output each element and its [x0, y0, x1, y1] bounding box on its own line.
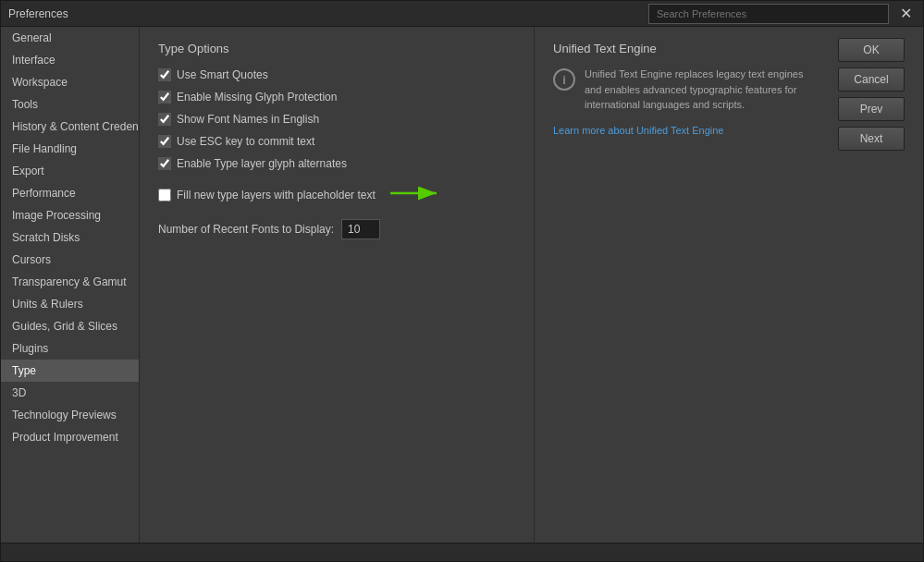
checkbox-placeholder-text[interactable] — [158, 189, 171, 202]
sidebar-item-units-rulers[interactable]: Units & Rulers — [1, 293, 139, 315]
recent-fonts-input[interactable] — [341, 219, 380, 239]
checkbox-row-glyph-alternates: Enable Type layer glyph alternates — [158, 157, 515, 170]
info-description: Unified Text Engine replaces legacy text… — [585, 67, 812, 113]
content-main: Type Options Use Smart QuotesEnable Miss… — [140, 27, 923, 543]
checkbox-missing-glyph[interactable] — [158, 91, 171, 104]
checkbox-label-font-names[interactable]: Show Font Names in English — [177, 113, 319, 126]
sidebar-item-guides[interactable]: Guides, Grid & Slices — [1, 315, 139, 337]
sidebar-item-general[interactable]: General — [1, 27, 139, 49]
recent-fonts-label: Number of Recent Fonts to Display: — [158, 223, 334, 236]
options-panel: Type Options Use Smart QuotesEnable Miss… — [140, 27, 535, 543]
info-panel: Unified Text Engine i Unified Text Engin… — [535, 27, 831, 543]
sidebar-item-export[interactable]: Export — [1, 160, 139, 182]
checkbox-row-font-names: Show Font Names in English — [158, 113, 515, 126]
options-title: Type Options — [158, 42, 515, 55]
sidebar-item-history[interactable]: History & Content Credentials — [1, 116, 139, 138]
content-area: Type Options Use Smart QuotesEnable Miss… — [140, 27, 923, 543]
ok-button[interactable]: OK — [838, 38, 905, 62]
checkbox-row-esc-commit: Use ESC key to commit text — [158, 135, 515, 148]
checkbox-label-placeholder-text[interactable]: Fill new type layers with placeholder te… — [177, 189, 376, 202]
info-icon: i — [553, 68, 575, 91]
checkbox-label-esc-commit[interactable]: Use ESC key to commit text — [177, 135, 314, 148]
sidebar-item-workspace[interactable]: Workspace — [1, 71, 139, 93]
sidebar-item-image-processing[interactable]: Image Processing — [1, 204, 139, 226]
checkbox-smart-quotes[interactable] — [158, 68, 171, 81]
checkbox-glyph-alternates[interactable] — [158, 157, 171, 170]
action-buttons: OK Cancel Prev Next — [831, 27, 923, 543]
titlebar: Preferences ✕ — [1, 1, 923, 27]
recent-fonts-row: Number of Recent Fonts to Display: — [158, 219, 515, 239]
window-title: Preferences — [8, 7, 68, 20]
checkbox-esc-commit[interactable] — [158, 135, 171, 148]
preferences-window: Preferences ✕ GeneralInterfaceWorkspaceT… — [0, 0, 924, 562]
info-link[interactable]: Learn more about Unified Text Engine — [553, 125, 723, 136]
sidebar-item-3d[interactable]: 3D — [1, 382, 139, 404]
sidebar-item-product-improvement[interactable]: Product Improvement — [1, 426, 139, 448]
bottom-bar — [1, 543, 923, 561]
sidebar: GeneralInterfaceWorkspaceToolsHistory & … — [1, 27, 140, 543]
checkbox-font-names[interactable] — [158, 113, 171, 126]
prev-button[interactable]: Prev — [838, 97, 905, 121]
info-box: i Unified Text Engine replaces legacy te… — [553, 67, 812, 113]
sidebar-item-file-handling[interactable]: File Handling — [1, 138, 139, 160]
checkbox-label-smart-quotes[interactable]: Use Smart Quotes — [177, 68, 268, 81]
info-title: Unified Text Engine — [553, 42, 812, 55]
checkbox-label-glyph-alternates[interactable]: Enable Type layer glyph alternates — [177, 157, 347, 170]
checkbox-row-missing-glyph: Enable Missing Glyph Protection — [158, 91, 515, 104]
sidebar-item-tech-previews[interactable]: Technology Previews — [1, 404, 139, 426]
sidebar-item-interface[interactable]: Interface — [1, 49, 139, 71]
sidebar-item-performance[interactable]: Performance — [1, 182, 139, 204]
green-arrow-icon — [381, 179, 446, 210]
sidebar-item-type[interactable]: Type — [1, 360, 139, 382]
main-content: GeneralInterfaceWorkspaceToolsHistory & … — [1, 27, 923, 543]
checkbox-row-placeholder-text: Fill new type layers with placeholder te… — [158, 179, 515, 210]
sidebar-item-tools[interactable]: Tools — [1, 93, 139, 116]
titlebar-controls: ✕ — [648, 4, 916, 24]
sidebar-item-cursors[interactable]: Cursors — [1, 249, 139, 271]
checkboxes-container: Use Smart QuotesEnable Missing Glyph Pro… — [158, 68, 515, 210]
cancel-button[interactable]: Cancel — [838, 67, 905, 92]
next-button[interactable]: Next — [838, 127, 905, 151]
checkbox-label-missing-glyph[interactable]: Enable Missing Glyph Protection — [177, 91, 337, 104]
sidebar-item-plugins[interactable]: Plugins — [1, 337, 139, 360]
sidebar-item-scratch-disks[interactable]: Scratch Disks — [1, 226, 139, 249]
sidebar-item-transparency[interactable]: Transparency & Gamut — [1, 271, 139, 293]
search-input[interactable] — [648, 4, 889, 24]
checkbox-row-smart-quotes: Use Smart Quotes — [158, 68, 515, 81]
close-button[interactable]: ✕ — [896, 6, 916, 21]
